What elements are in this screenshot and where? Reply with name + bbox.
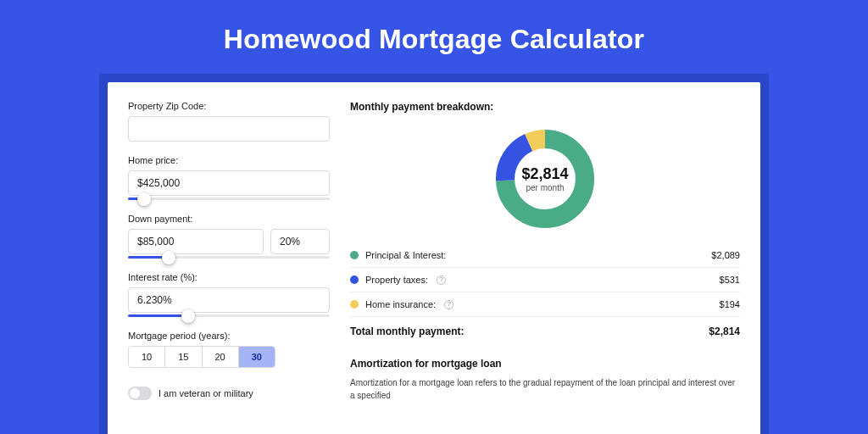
rate-slider[interactable]	[128, 314, 330, 317]
legend-left: Principal & Interest:	[350, 250, 446, 260]
legend-left: Property taxes:?	[350, 275, 446, 285]
donut-sub: per month	[526, 183, 564, 192]
legend-row: Home insurance:?$194	[350, 292, 740, 316]
legend: Principal & Interest:$2,089Property taxe…	[350, 243, 740, 316]
rate-field-group: Interest rate (%): 6.230%	[128, 272, 330, 317]
legend-dot	[350, 300, 359, 309]
total-row: Total monthly payment: $2,814	[350, 316, 740, 346]
rate-slider-fill	[128, 314, 188, 317]
zip-input[interactable]	[128, 116, 330, 142]
rate-input[interactable]: 6.230%	[128, 287, 330, 313]
breakdown-title: Monthly payment breakdown:	[350, 101, 740, 113]
legend-label: Property taxes:	[365, 275, 428, 285]
donut-amount: $2,814	[521, 165, 568, 183]
price-label: Home price:	[128, 155, 330, 165]
amortization-text: Amortization for a mortgage loan refers …	[350, 376, 740, 402]
period-option-10[interactable]: 10	[129, 347, 165, 367]
veteran-label: I am veteran or military	[159, 388, 253, 398]
down-slider-thumb[interactable]	[162, 251, 175, 264]
total-value: $2,814	[709, 326, 740, 337]
legend-value: $194	[720, 299, 740, 309]
legend-label: Home insurance:	[365, 299, 436, 309]
info-icon[interactable]: ?	[444, 300, 453, 309]
legend-row: Principal & Interest:$2,089	[350, 243, 740, 267]
down-label: Down payment:	[128, 214, 330, 224]
down-amount-input[interactable]: $85,000	[128, 229, 264, 254]
price-field-group: Home price: $425,000	[128, 155, 330, 200]
card-frame: Property Zip Code: Home price: $425,000 …	[99, 74, 769, 434]
rate-label: Interest rate (%):	[128, 272, 330, 282]
veteran-toggle[interactable]	[128, 387, 152, 400]
period-option-15[interactable]: 15	[165, 347, 202, 367]
calculator-card: Property Zip Code: Home price: $425,000 …	[108, 82, 760, 434]
donut-center: $2,814 per month	[492, 126, 598, 231]
info-icon[interactable]: ?	[437, 275, 446, 285]
period-label: Mortgage period (years):	[128, 331, 330, 341]
legend-left: Home insurance:?	[350, 299, 453, 309]
legend-row: Property taxes:?$531	[350, 268, 740, 292]
legend-value: $531	[720, 275, 740, 285]
donut-chart-wrap: $2,814 per month	[350, 123, 740, 243]
form-column: Property Zip Code: Home price: $425,000 …	[128, 101, 330, 434]
period-option-30[interactable]: 30	[239, 347, 275, 367]
rate-slider-thumb[interactable]	[181, 309, 195, 323]
amortization-title: Amortization for mortgage loan	[350, 358, 740, 370]
down-field-group: Down payment: $85,000 20%	[128, 214, 330, 259]
legend-label: Principal & Interest:	[365, 250, 446, 260]
down-percent-input[interactable]: 20%	[270, 229, 330, 254]
page-title: Homewood Mortgage Calculator	[0, 0, 868, 74]
breakdown-column: Monthly payment breakdown: $2,814 per mo…	[350, 101, 740, 434]
total-label: Total monthly payment:	[350, 326, 464, 337]
price-input[interactable]: $425,000	[128, 170, 330, 196]
legend-dot	[350, 251, 359, 259]
veteran-row: I am veteran or military	[128, 387, 330, 400]
down-slider[interactable]	[128, 256, 330, 259]
price-slider-thumb[interactable]	[137, 192, 151, 206]
donut-chart: $2,814 per month	[492, 126, 598, 231]
period-options: 10152030	[128, 346, 275, 368]
amortization-section: Amortization for mortgage loan Amortizat…	[350, 358, 740, 402]
legend-value: $2,089	[711, 250, 740, 260]
zip-field-group: Property Zip Code:	[128, 101, 330, 142]
period-field-group: Mortgage period (years): 10152030	[128, 331, 330, 368]
price-slider[interactable]	[128, 198, 330, 200]
zip-label: Property Zip Code:	[128, 101, 330, 111]
period-option-20[interactable]: 20	[203, 347, 239, 367]
legend-dot	[350, 275, 359, 284]
